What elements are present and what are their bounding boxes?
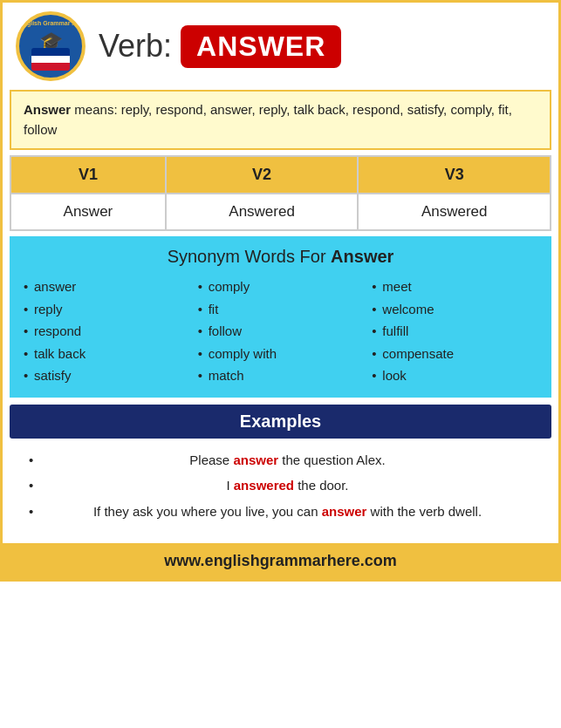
example-3: If they ask you where you live, you can … [27,500,534,523]
synonym-col-3: meet welcome fulfill compensate look [372,276,537,387]
list-item: satisfy [24,364,189,387]
means-word: Answer [24,102,71,117]
answer-badge: ANSWER [181,25,341,68]
examples-header: Examples [10,405,551,439]
header: English Grammar Here.Com 🎓 Verb: ANSWER [3,3,558,90]
forms-table: V1 V2 V3 Answer Answered Answered [10,155,551,231]
uk-flag [31,48,70,71]
list-item: comply [198,276,364,298]
col-v2: V2 [166,156,359,194]
synonym-title-text: Synonym Words For [168,247,331,266]
col-v1: V1 [10,156,166,194]
example-1-pre: Please [189,452,233,467]
logo: English Grammar Here.Com 🎓 [16,11,86,81]
synonym-col-1: answer reply respond talk back satisfy [24,276,189,387]
form-v1: Answer [10,194,166,230]
example-2-pre: I [226,478,233,493]
list-item: follow [198,320,364,343]
list-item: match [198,364,364,387]
list-item: welcome [372,298,537,321]
list-item: look [372,364,537,387]
footer-url: www.englishgrammarhere.com [164,552,396,569]
list-item: reply [24,298,189,321]
example-2-highlight: answered [234,478,294,493]
example-1-highlight: answer [233,452,278,467]
synonym-col-2: comply fit follow comply with match [198,276,364,387]
form-v3: Answered [358,194,551,230]
list-item: comply with [198,343,364,365]
means-section: Answer means: reply, respond, answer, re… [10,90,551,150]
verb-label: Verb: [99,28,172,65]
list-item: talk back [24,343,189,365]
col-v3: V3 [358,156,551,194]
list-item: fulfill [372,320,537,343]
synonym-columns: answer reply respond talk back satisfy c… [24,276,537,387]
page-wrapper: English Grammar Here.Com 🎓 Verb: ANSWER … [0,0,561,582]
list-item: compensate [372,343,537,365]
list-item: fit [198,298,364,321]
example-3-highlight: answer [322,504,367,519]
synonym-title: Synonym Words For Answer [24,247,537,267]
means-text: means: reply, respond, answer, reply, ta… [24,102,512,137]
list-item: respond [24,320,189,343]
list-item: meet [372,276,537,298]
synonym-section: Synonym Words For Answer answer reply re… [10,236,551,398]
example-3-pre: If they ask you where you live, you can [93,504,322,519]
example-1-post: the question Alex. [278,452,386,467]
form-v2: Answered [166,194,359,230]
example-2: I answered the door. [27,474,534,497]
footer: www.englishgrammarhere.com [3,543,558,579]
header-title: Verb: ANSWER [99,25,545,68]
example-1: Please answer the question Alex. [27,449,534,472]
synonym-title-bold: Answer [331,247,393,266]
table-row: Answer Answered Answered [10,194,551,230]
logo-top-text: English Grammar Here.Com [19,20,82,26]
example-2-post: the door. [294,478,349,493]
list-item: answer [24,276,189,298]
examples-body: Please answer the question Alex. I answe… [10,439,551,537]
example-3-post: with the verb dwell. [366,504,482,519]
